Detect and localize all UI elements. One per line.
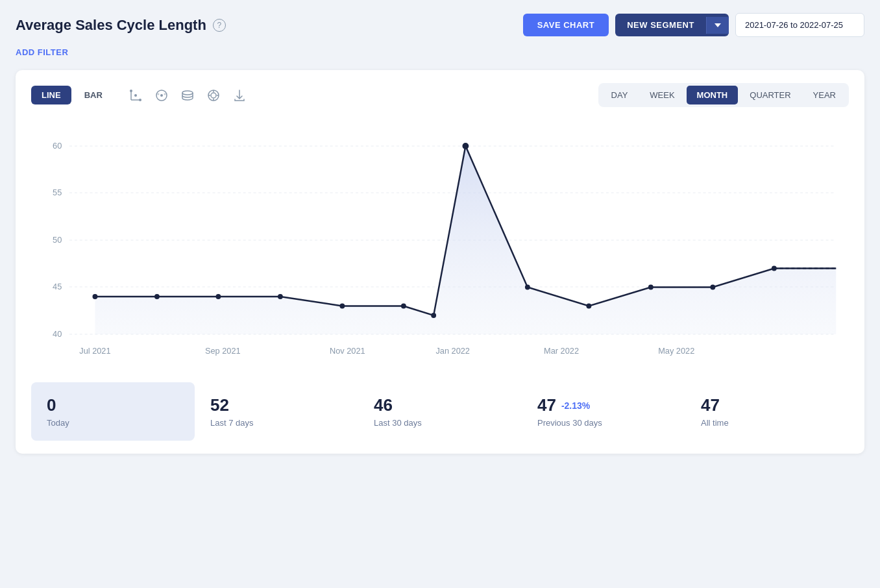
stat-today: 0 Today (31, 382, 195, 441)
data-point (710, 285, 715, 290)
date-range-button[interactable]: 2021-07-26 to 2022-07-25 (735, 13, 864, 37)
save-chart-button[interactable]: SAVE CHART (523, 14, 609, 36)
data-point (215, 294, 221, 299)
stat-alltime: 47 All time (685, 382, 849, 441)
stat-last30-label: Last 30 days (374, 418, 506, 428)
stats-row: 0 Today 52 Last 7 days 46 Last 30 days 4… (31, 382, 849, 441)
svg-point-9 (182, 91, 193, 95)
svg-text:50: 50 (53, 235, 62, 245)
gauge-icon[interactable] (154, 88, 169, 103)
btn-year[interactable]: YEAR (803, 86, 846, 104)
svg-text:Nov 2021: Nov 2021 (330, 346, 365, 356)
data-point (525, 285, 530, 290)
data-point (586, 304, 591, 309)
new-segment-label: NEW SEGMENT (615, 14, 706, 36)
stat-alltime-value: 47 (701, 395, 833, 415)
data-point (278, 294, 283, 299)
svg-point-11 (211, 93, 216, 98)
data-point (339, 304, 345, 309)
svg-text:40: 40 (53, 329, 62, 339)
stat-last7-label: Last 7 days (210, 418, 343, 428)
svg-text:Sep 2021: Sep 2021 (205, 346, 241, 356)
time-period-group: DAY WEEK MONTH QUARTER YEAR (598, 83, 849, 107)
chart-card: LINE BAR (16, 70, 864, 454)
data-point (772, 266, 777, 271)
stack-icon[interactable] (180, 88, 195, 103)
data-point (401, 304, 406, 309)
new-segment-button[interactable]: NEW SEGMENT (615, 14, 729, 36)
stat-prev30: 47 -2.13% Previous 30 days (522, 382, 685, 441)
svg-point-3 (139, 99, 141, 101)
data-point-peak (462, 143, 469, 149)
svg-point-7 (157, 93, 159, 95)
target-icon[interactable] (206, 88, 221, 103)
svg-point-8 (164, 93, 165, 95)
help-icon[interactable]: ? (213, 19, 226, 32)
axis-icon[interactable] (128, 88, 143, 103)
new-segment-dropdown[interactable] (706, 17, 729, 34)
left-toolbar: LINE BAR (31, 86, 247, 104)
chevron-down-icon (715, 23, 721, 27)
line-chart: 60 55 50 45 40 Jul 2021 Sep 2021 Nov 202… (31, 120, 849, 367)
chart-toolbar: LINE BAR (31, 83, 849, 107)
data-point (431, 313, 436, 318)
stat-last30-value: 46 (374, 395, 506, 415)
stat-last7: 52 Last 7 days (195, 382, 358, 441)
date-chevron-icon (848, 23, 855, 27)
svg-point-2 (130, 90, 132, 92)
chart-area: 60 55 50 45 40 Jul 2021 Sep 2021 Nov 202… (31, 120, 849, 367)
download-icon[interactable] (232, 88, 247, 103)
stat-prev30-change: -2.13% (561, 400, 590, 411)
title-area: Average Sales Cycle Length ? (16, 17, 226, 34)
stat-today-value: 0 (47, 395, 179, 415)
header-actions: SAVE CHART NEW SEGMENT 2021-07-26 to 202… (523, 13, 864, 37)
btn-week[interactable]: WEEK (639, 86, 685, 104)
svg-text:45: 45 (53, 282, 62, 291)
svg-text:Jul 2021: Jul 2021 (79, 346, 110, 356)
btn-day[interactable]: DAY (601, 86, 639, 104)
btn-quarter[interactable]: QUARTER (739, 86, 801, 104)
svg-text:Mar 2022: Mar 2022 (544, 346, 579, 356)
stat-prev30-value: 47 -2.13% (537, 395, 670, 415)
svg-point-4 (134, 94, 137, 97)
chart-type-group: LINE BAR (31, 86, 113, 104)
svg-text:60: 60 (53, 141, 62, 151)
data-point (648, 285, 654, 290)
svg-point-6 (160, 94, 163, 97)
data-point (93, 294, 98, 299)
btn-month[interactable]: MONTH (687, 86, 739, 104)
stat-last30: 46 Last 30 days (358, 382, 522, 441)
page-header: Average Sales Cycle Length ? SAVE CHART … (16, 13, 864, 37)
stat-today-label: Today (47, 418, 179, 428)
svg-text:Jan 2022: Jan 2022 (435, 346, 470, 356)
chart-icons (128, 88, 247, 103)
data-point (154, 294, 160, 299)
svg-text:May 2022: May 2022 (658, 346, 694, 356)
chart-type-line[interactable]: LINE (31, 86, 71, 104)
stat-prev30-label: Previous 30 days (537, 418, 670, 428)
chart-type-bar[interactable]: BAR (74, 86, 113, 104)
page-title: Average Sales Cycle Length (16, 17, 206, 34)
stat-alltime-label: All time (701, 418, 833, 428)
date-range-text: 2021-07-26 to 2022-07-25 (745, 20, 843, 30)
stat-last7-value: 52 (210, 395, 343, 415)
add-filter-button[interactable]: ADD FILTER (16, 47, 864, 57)
svg-text:55: 55 (53, 188, 62, 197)
